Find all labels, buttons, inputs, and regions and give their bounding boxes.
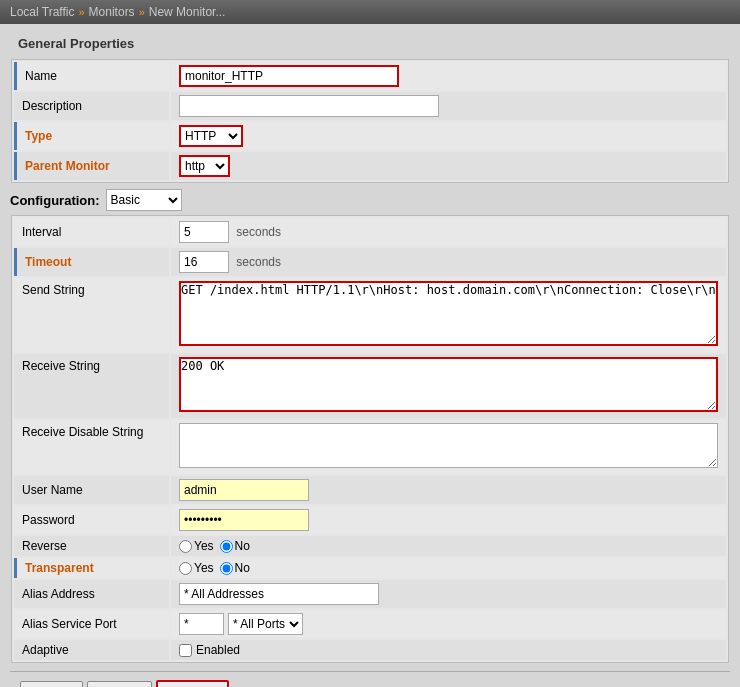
adaptive-row: Adaptive Enabled [14, 640, 726, 660]
alias-service-port-value-cell: * All Ports [171, 610, 726, 638]
timeout-label: Timeout [14, 248, 169, 276]
adaptive-checkbox[interactable] [179, 644, 192, 657]
repeat-button[interactable]: Repeat [87, 681, 152, 687]
reverse-row: Reverse Yes No [14, 536, 726, 556]
general-properties-table: Name Description Type HTTP HTTPS TCP UDP [11, 59, 729, 183]
type-select[interactable]: HTTP HTTPS TCP UDP ICMP [179, 125, 243, 147]
receive-disable-label: Receive Disable String [14, 420, 169, 474]
header-breadcrumb: Local Traffic » Monitors » New Monitor..… [0, 0, 740, 24]
interval-value-cell: seconds [171, 218, 726, 246]
parent-monitor-value-cell: http https [171, 152, 726, 180]
breadcrumb-monitors[interactable]: Monitors [89, 5, 135, 19]
general-properties-section: General Properties [10, 32, 730, 59]
parent-monitor-row: Parent Monitor http https [14, 152, 726, 180]
timeout-unit: seconds [236, 255, 281, 269]
configuration-header: Configuration: Basic Advanced [10, 183, 730, 215]
username-value-cell [171, 476, 726, 504]
alias-service-port-select[interactable]: * All Ports [228, 613, 303, 635]
name-input[interactable] [179, 65, 399, 87]
name-label: Name [14, 62, 169, 90]
password-input[interactable] [179, 509, 309, 531]
alias-service-port-label: Alias Service Port [14, 610, 169, 638]
reverse-yes-label[interactable]: Yes [179, 539, 214, 553]
reverse-radio-group: Yes No [179, 539, 718, 553]
parent-monitor-label: Parent Monitor [14, 152, 169, 180]
configuration-mode-select[interactable]: Basic Advanced [106, 189, 182, 211]
username-input[interactable] [179, 479, 309, 501]
cancel-button[interactable]: Cancel [20, 681, 83, 687]
send-string-row: Send String GET /index.html HTTP/1.1\r\n… [14, 278, 726, 352]
reverse-label: Reverse [14, 536, 169, 556]
alias-address-label: Alias Address [14, 580, 169, 608]
adaptive-checkbox-label[interactable]: Enabled [179, 643, 718, 657]
transparent-value-cell: Yes No [171, 558, 726, 578]
type-value-cell: HTTP HTTPS TCP UDP ICMP [171, 122, 726, 150]
username-label: User Name [14, 476, 169, 504]
receive-string-label: Receive String [14, 354, 169, 418]
transparent-no-label[interactable]: No [220, 561, 250, 575]
transparent-yes-radio[interactable] [179, 562, 192, 575]
description-label: Description [14, 92, 169, 120]
interval-unit: seconds [236, 225, 281, 239]
adaptive-label: Adaptive [14, 640, 169, 660]
general-properties-title: General Properties [18, 36, 722, 51]
alias-service-port-input[interactable] [179, 613, 224, 635]
transparent-yes-label[interactable]: Yes [179, 561, 214, 575]
breadcrumb-new-monitor: New Monitor... [149, 5, 226, 19]
description-input[interactable] [179, 95, 439, 117]
configuration-label: Configuration: [10, 193, 100, 208]
name-value-cell [171, 62, 726, 90]
name-row: Name [14, 62, 726, 90]
username-row: User Name [14, 476, 726, 504]
receive-string-textarea[interactable]: 200 OK [179, 357, 718, 412]
receive-disable-value-cell [171, 420, 726, 474]
finished-button[interactable]: Finished [156, 680, 229, 687]
send-string-textarea[interactable]: GET /index.html HTTP/1.1\r\nHost: host.d… [179, 281, 718, 346]
main-content: General Properties Name Description Type… [0, 24, 740, 687]
parent-monitor-select[interactable]: http https [179, 155, 230, 177]
reverse-yes-radio[interactable] [179, 540, 192, 553]
alias-address-row: Alias Address [14, 580, 726, 608]
receive-string-row: Receive String 200 OK [14, 354, 726, 418]
breadcrumb-arrow1: » [78, 6, 84, 18]
description-value-cell [171, 92, 726, 120]
password-value-cell [171, 506, 726, 534]
adaptive-value-cell: Enabled [171, 640, 726, 660]
interval-input[interactable] [179, 221, 229, 243]
password-label: Password [14, 506, 169, 534]
interval-label: Interval [14, 218, 169, 246]
send-string-label: Send String [14, 278, 169, 352]
configuration-table: Interval seconds Timeout seconds Send St… [11, 215, 729, 663]
transparent-label: Transparent [14, 558, 169, 578]
timeout-input[interactable] [179, 251, 229, 273]
reverse-no-label[interactable]: No [220, 539, 250, 553]
alias-address-input[interactable] [179, 583, 379, 605]
transparent-no-radio[interactable] [220, 562, 233, 575]
timeout-row: Timeout seconds [14, 248, 726, 276]
transparent-radio-group: Yes No [179, 561, 718, 575]
reverse-value-cell: Yes No [171, 536, 726, 556]
send-string-value-cell: GET /index.html HTTP/1.1\r\nHost: host.d… [171, 278, 726, 352]
footer-bar: Cancel Repeat Finished [10, 671, 730, 687]
breadcrumb-arrow2: » [139, 6, 145, 18]
receive-string-value-cell: 200 OK [171, 354, 726, 418]
alias-service-port-row: Alias Service Port * All Ports [14, 610, 726, 638]
receive-disable-textarea[interactable] [179, 423, 718, 468]
alias-address-value-cell [171, 580, 726, 608]
receive-disable-row: Receive Disable String [14, 420, 726, 474]
timeout-value-cell: seconds [171, 248, 726, 276]
type-row: Type HTTP HTTPS TCP UDP ICMP [14, 122, 726, 150]
interval-row: Interval seconds [14, 218, 726, 246]
reverse-no-radio[interactable] [220, 540, 233, 553]
transparent-row: Transparent Yes No [14, 558, 726, 578]
type-label: Type [14, 122, 169, 150]
description-row: Description [14, 92, 726, 120]
breadcrumb-local-traffic[interactable]: Local Traffic [10, 5, 74, 19]
password-row: Password [14, 506, 726, 534]
